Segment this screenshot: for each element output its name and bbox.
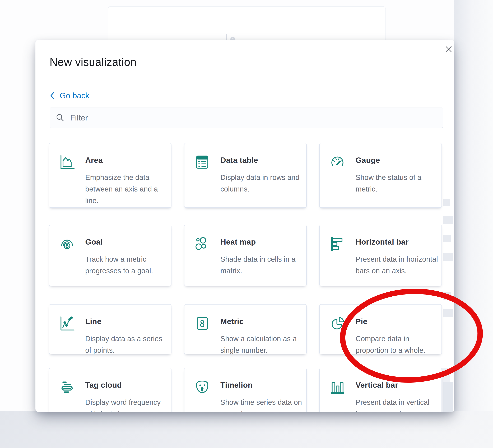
vertical-bar-icon <box>329 379 346 395</box>
new-visualization-page: New visualization Go back Area Emphasize… <box>0 0 493 448</box>
viz-card-horizontal-bar[interactable]: Horizontal bar Present data in horizonta… <box>319 225 442 286</box>
goal-icon <box>59 236 75 252</box>
card-title: Pie <box>356 317 440 326</box>
faded-illustration <box>443 309 453 317</box>
card-description: Compare data in proportion to a whole. <box>356 333 440 356</box>
card-description: Present data in horizontal bars on an ax… <box>356 253 440 277</box>
gauge-icon <box>329 154 346 170</box>
faded-illustration <box>443 235 451 242</box>
faded-illustration <box>443 216 453 224</box>
card-description: Present data in vertical bars on an axis… <box>356 396 440 412</box>
viz-card-timelion[interactable]: Timelion Show time series data on a grap… <box>184 368 307 412</box>
filter-input[interactable] <box>70 108 437 128</box>
card-description: Track how a metric progresses to a goal. <box>85 253 169 277</box>
viz-card-tag-cloud[interactable]: Tag cloud Display word frequency with fo… <box>49 368 171 412</box>
filter-field <box>50 108 443 128</box>
viz-card-heat-map[interactable]: Heat map Shade data in cells in a matrix… <box>184 225 307 286</box>
card-title: Timelion <box>220 381 305 390</box>
card-title: Goal <box>85 237 169 246</box>
viz-card-pie[interactable]: Pie Compare data in proportion to a whol… <box>319 304 442 354</box>
viz-card-data-table[interactable]: Data table Display data in rows and colu… <box>184 143 307 208</box>
card-title: Line <box>85 317 169 326</box>
card-description: Show time series data on a graph. <box>220 396 305 412</box>
card-description: Display data in rows and columns. <box>220 172 305 195</box>
card-title: Metric <box>220 317 305 326</box>
go-back-link[interactable]: Go back <box>50 91 89 100</box>
horizontal-bar-icon <box>329 236 346 252</box>
data-table-icon <box>194 154 210 170</box>
viz-card-goal[interactable]: Goal Track how a metric progresses to a … <box>49 225 171 286</box>
card-title: Gauge <box>356 156 440 165</box>
viz-card-area[interactable]: Area Emphasize the data between an axis … <box>49 143 171 208</box>
card-title: Heat map <box>220 237 305 246</box>
card-description: Emphasize the data between an axis and a… <box>85 172 169 206</box>
timelion-icon <box>194 379 210 395</box>
viz-card-metric[interactable]: Metric Show a calculation as a single nu… <box>184 304 307 354</box>
background-right-band <box>454 0 493 448</box>
close-icon[interactable] <box>444 45 453 53</box>
modal-title: New visualization <box>50 56 136 68</box>
card-description: Display data as a series of points. <box>85 333 169 356</box>
go-back-label: Go back <box>60 91 89 100</box>
card-title: Vertical bar <box>356 381 440 390</box>
metric-icon <box>194 315 210 332</box>
card-title: Horizontal bar <box>356 237 440 246</box>
faded-illustration <box>443 382 453 412</box>
faded-illustration <box>443 292 451 300</box>
pie-chart-icon <box>329 315 346 332</box>
tag-cloud-icon <box>59 379 75 395</box>
faded-illustration <box>443 253 453 261</box>
line-chart-icon <box>59 315 75 332</box>
viz-card-vertical-bar[interactable]: Vertical bar Present data in vertical ba… <box>319 368 442 412</box>
area-chart-icon <box>59 154 75 170</box>
heat-map-icon <box>194 236 210 252</box>
card-description: Show a calculation as a single number. <box>220 333 305 356</box>
card-title: Area <box>85 156 169 165</box>
viz-card-line[interactable]: Line Display data as a series of points. <box>49 304 171 354</box>
viz-card-gauge[interactable]: Gauge Show the status of a metric. <box>319 143 442 208</box>
card-description: Display word frequency with font size. <box>85 396 169 412</box>
chevron-left-icon <box>50 91 56 100</box>
faded-illustration <box>443 199 450 206</box>
card-description: Show the status of a metric. <box>356 172 440 195</box>
new-visualization-modal: New visualization Go back Area Emphasize… <box>35 40 454 412</box>
card-title: Tag cloud <box>85 381 169 390</box>
card-description: Shade data in cells in a matrix. <box>220 253 305 277</box>
background-bottom-band <box>0 411 493 448</box>
card-title: Data table <box>220 156 305 165</box>
search-icon <box>56 113 65 122</box>
